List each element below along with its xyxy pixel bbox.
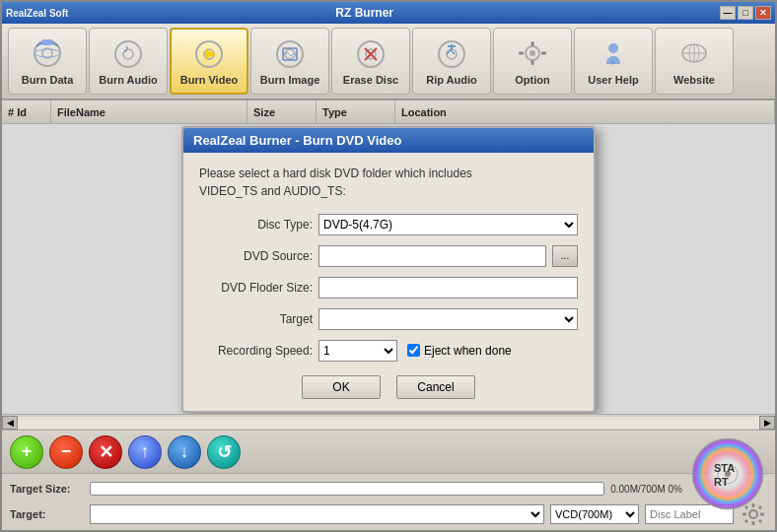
scroll-track (18, 417, 759, 429)
dvd-folder-label: DVD Floder Size: (199, 281, 313, 295)
disc-type-select[interactable]: DVD-5(4.7G) (318, 214, 578, 235)
start-area: STA RT (688, 434, 767, 513)
svg-text:RT: RT (714, 476, 729, 488)
target-row-status: Target: VCD(700M) (10, 503, 767, 525)
target-size-label: Target Size: (10, 483, 84, 495)
burn-video-icon (189, 35, 229, 71)
scroll-right-button[interactable]: ▶ (759, 416, 775, 430)
toolbar-btn-burn-video[interactable]: Burn Video (170, 28, 248, 95)
erase-disc-icon (351, 35, 390, 71)
add-button[interactable]: + (10, 435, 43, 469)
horizontal-scrollbar[interactable]: ◀ ▶ (2, 414, 775, 430)
dialog-buttons: OK Cancel (199, 375, 578, 399)
dialog-overlay: RealZeal Burner - Burn DVD Video Please … (2, 124, 775, 414)
clear-button[interactable]: ✕ (89, 435, 122, 469)
burn-data-label: Burn Data (22, 74, 74, 86)
toolbar: Burn Data ♪ Burn Audio Burn (2, 24, 775, 100)
disc-type-row: Disc Type: DVD-5(4.7G) (199, 214, 578, 235)
maximize-button[interactable]: □ (738, 6, 753, 20)
start-disc[interactable]: STA RT (688, 434, 767, 513)
dialog-title: RealZeal Burner - Burn DVD Video (183, 128, 594, 153)
disc-size-dropdown[interactable]: VCD(700M) (550, 504, 639, 524)
option-icon (513, 35, 552, 71)
eject-checkbox[interactable] (407, 344, 420, 357)
toolbar-btn-user-help[interactable]: ? User Help (574, 28, 653, 95)
main-window: RealZeal Soft RZ Burner — □ ✕ Burn Data (0, 0, 777, 532)
toolbar-btn-erase-disc[interactable]: Erase Disc (331, 28, 410, 95)
recording-speed-select[interactable]: 1 (318, 340, 397, 362)
recording-speed-label: Recording Speed: (199, 344, 313, 358)
dvd-source-input[interactable] (318, 245, 546, 267)
burn-video-label: Burn Video (180, 74, 238, 86)
toolbar-btn-website[interactable]: Website (655, 28, 734, 95)
minimize-button[interactable]: — (720, 6, 736, 20)
svg-rect-43 (744, 519, 748, 523)
target-select[interactable] (318, 308, 578, 330)
svg-text:?: ? (610, 59, 615, 68)
svg-point-10 (277, 41, 303, 67)
svg-rect-44 (758, 519, 762, 523)
move-down-button[interactable]: ↓ (168, 435, 201, 469)
svg-rect-24 (541, 52, 546, 55)
toolbar-btn-burn-data[interactable]: Burn Data (8, 28, 87, 95)
svg-text:STA: STA (714, 462, 735, 474)
burn-image-label: Burn Image (260, 74, 320, 86)
statusbar: Target Size: 0.00M/700M 0% (2, 473, 775, 530)
target-row: Target (199, 308, 578, 330)
refresh-button[interactable]: ↺ (207, 435, 241, 469)
rip-audio-icon (432, 35, 471, 71)
burn-dvd-dialog: RealZeal Burner - Burn DVD Video Please … (181, 126, 596, 413)
target-label: Target (199, 312, 313, 326)
erase-disc-label: Erase Disc (343, 74, 398, 86)
burn-audio-label: Burn Audio (99, 74, 157, 86)
website-icon (674, 35, 714, 71)
col-header-location: Location (395, 100, 775, 123)
dvd-folder-input[interactable] (318, 277, 578, 299)
target-size-text: 0.00M/700M 0% (610, 484, 682, 495)
dialog-ok-button[interactable]: OK (302, 375, 381, 399)
target-size-row: Target Size: 0.00M/700M 0% (10, 478, 767, 499)
rip-audio-label: Rip Audio (426, 74, 477, 86)
user-help-icon: ? (594, 35, 633, 71)
titlebar-left: RealZeal Soft (6, 8, 68, 19)
eject-label: Eject when done (424, 344, 512, 358)
target-size-bar (90, 482, 604, 496)
col-header-size: Size (247, 100, 317, 123)
svg-point-20 (530, 50, 535, 56)
svg-point-2 (35, 49, 60, 57)
user-help-label: User Help (588, 74, 638, 86)
col-header-filename: FileName (51, 100, 247, 123)
window-title: RZ Burner (68, 6, 661, 20)
recording-speed-row: Recording Speed: 1 Eject when done (199, 340, 578, 362)
disc-type-label: Disc Type: (199, 218, 313, 232)
toolbar-btn-option[interactable]: Option (493, 28, 572, 95)
toolbar-btn-burn-audio[interactable]: ♪ Burn Audio (89, 28, 168, 95)
col-header-type: Type (317, 100, 395, 123)
dvd-source-label: DVD Source: (199, 249, 313, 263)
website-label: Website (673, 74, 715, 86)
dialog-cancel-button[interactable]: Cancel (396, 375, 475, 399)
eject-checkbox-row: Eject when done (407, 344, 512, 358)
target-dropdown[interactable] (90, 504, 544, 524)
toolbar-btn-rip-audio[interactable]: Rip Audio (412, 28, 491, 95)
toolbar-btn-burn-image[interactable]: Burn Image (250, 28, 329, 95)
close-button[interactable]: ✕ (755, 6, 771, 20)
burn-image-icon (270, 35, 310, 71)
svg-rect-3 (42, 39, 52, 45)
burn-audio-icon: ♪ (108, 35, 148, 71)
dvd-source-browse-button[interactable]: ... (552, 245, 578, 267)
move-up-button[interactable]: ↑ (128, 435, 162, 469)
col-header-id: # Id (2, 100, 51, 123)
scroll-left-button[interactable]: ◀ (2, 416, 18, 430)
svg-rect-21 (531, 41, 534, 46)
window-controls: — □ ✕ (720, 6, 771, 20)
svg-point-25 (608, 43, 618, 53)
target-label-status: Target: (10, 508, 84, 520)
dialog-description: Please select a hard disk DVD folder whi… (199, 165, 578, 200)
svg-marker-9 (205, 49, 216, 59)
svg-rect-38 (752, 521, 755, 525)
dvd-source-row: DVD Source: ... (199, 245, 578, 267)
remove-button[interactable]: − (49, 435, 83, 469)
dialog-body: Please select a hard disk DVD folder whi… (183, 153, 594, 411)
svg-text:♪: ♪ (123, 41, 129, 55)
